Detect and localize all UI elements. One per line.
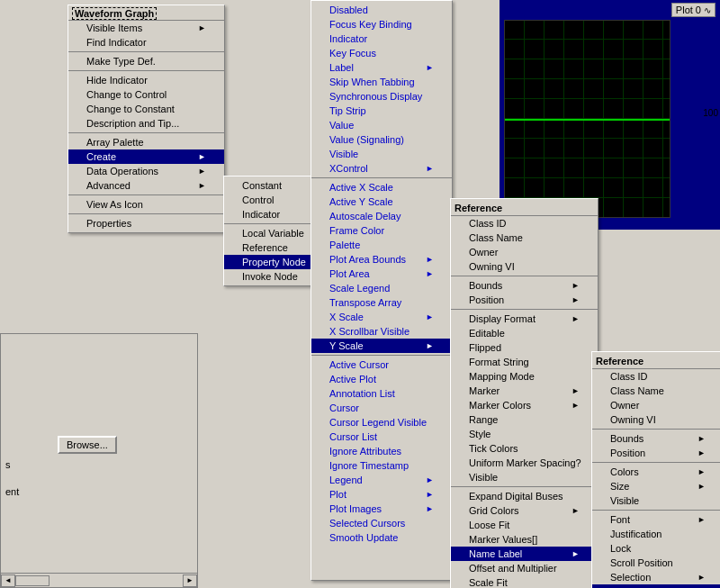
menu-visible[interactable]: Visible xyxy=(311,147,452,161)
plot-area-bounds-arrow: ► xyxy=(426,255,434,264)
menu-plot-images[interactable]: Plot Images► xyxy=(311,502,452,516)
menu-plot-area[interactable]: Plot Area► xyxy=(311,267,452,281)
menu-expand-digital[interactable]: Expand Digital Buses xyxy=(451,489,598,503)
menu-style[interactable]: Style xyxy=(451,427,598,441)
menu-cursor-list[interactable]: Cursor List xyxy=(311,430,452,444)
menu-annotation-list[interactable]: Annotation List xyxy=(311,386,452,401)
menu-autoscale-delay[interactable]: Autoscale Delay xyxy=(311,209,452,223)
menu-description-tip[interactable]: Description and Tip... xyxy=(68,116,224,131)
menu-skip-when-tabbing[interactable]: Skip When Tabbing xyxy=(311,75,452,89)
menu-format-string[interactable]: Format String xyxy=(451,355,598,369)
menu-size-5[interactable]: Size► xyxy=(592,479,720,493)
menu-data-operations[interactable]: Data Operations► xyxy=(68,164,224,178)
menu-owner-5[interactable]: Owner xyxy=(592,398,720,412)
menu-scale-fit[interactable]: Scale Fit xyxy=(451,575,598,588)
menu-visible-items[interactable]: Visible Items► xyxy=(68,21,224,35)
menu-font-5[interactable]: Font► xyxy=(592,512,720,527)
menu-active-y-scale[interactable]: Active Y Scale xyxy=(311,194,452,209)
menu-x-scrollbar-visible[interactable]: X Scrollbar Visible xyxy=(311,324,452,339)
menu-active-cursor[interactable]: Active Cursor xyxy=(311,357,452,372)
menu-marker-values[interactable]: Marker Values[] xyxy=(451,532,598,547)
menu-xcontrol[interactable]: XControl► xyxy=(311,161,452,176)
menu-synchronous-display[interactable]: Synchronous Display xyxy=(311,89,452,104)
menu-tick-colors[interactable]: Tick Colors xyxy=(451,441,598,456)
menu-visible-4[interactable]: Visible xyxy=(451,470,598,484)
menu-frame-color[interactable]: Frame Color xyxy=(311,223,452,238)
menu-class-name-5[interactable]: Class Name xyxy=(592,384,720,398)
menu-editable[interactable]: Editable xyxy=(451,326,598,340)
menu-focus-key-binding[interactable]: Focus Key Binding xyxy=(311,17,452,32)
menu-array-palette[interactable]: Array Palette xyxy=(68,135,224,149)
menu-properties[interactable]: Properties xyxy=(68,216,224,231)
menu-cursor-legend-visible[interactable]: Cursor Legend Visible xyxy=(311,415,452,430)
scroll-thumb[interactable] xyxy=(15,575,50,586)
menu-name-label[interactable]: Name Label► xyxy=(451,547,598,561)
menu-plot[interactable]: Plot► xyxy=(311,487,452,502)
menu-make-type-def[interactable]: Make Type Def. xyxy=(68,54,224,68)
menu-mapping-mode[interactable]: Mapping Mode xyxy=(451,369,598,384)
menu-ignore-attributes[interactable]: Ignore Attributes xyxy=(311,444,452,458)
menu-flipped[interactable]: Flipped xyxy=(451,340,598,355)
menu-legend[interactable]: Legend► xyxy=(311,473,452,487)
menu-selected-cursors[interactable]: Selected Cursors xyxy=(311,516,452,530)
menu-visible-5[interactable]: Visible xyxy=(592,493,720,508)
menu-position-5[interactable]: Position► xyxy=(592,446,720,460)
scroll-right-btn[interactable]: ► xyxy=(183,574,197,587)
menu-bounds-4[interactable]: Bounds► xyxy=(451,278,598,293)
waveform-graph-label: Waveform Graph xyxy=(72,7,157,20)
menu-range[interactable]: Range xyxy=(451,412,598,427)
menu-scroll-position-5[interactable]: Scroll Position xyxy=(592,556,720,570)
menu-y-scale[interactable]: Y Scale► xyxy=(311,339,452,353)
menu-hide-indicator[interactable]: Hide Indicator xyxy=(68,73,224,87)
menu-label[interactable]: Label► xyxy=(311,60,452,75)
menu-marker-colors[interactable]: Marker Colors► xyxy=(451,398,598,412)
sep-r5-3 xyxy=(592,510,720,511)
menu-uniform-marker[interactable]: Uniform Marker Spacing? xyxy=(451,456,598,470)
menu-change-to-control[interactable]: Change to Control xyxy=(68,87,224,102)
menu-marker[interactable]: Marker► xyxy=(451,384,598,398)
menu-indicator-prop[interactable]: Indicator xyxy=(311,32,452,46)
menu-bounds-5[interactable]: Bounds► xyxy=(592,431,720,446)
menu-change-to-constant[interactable]: Change to Constant xyxy=(68,102,224,116)
menu-owner-4[interactable]: Owner xyxy=(451,245,598,259)
menu-class-name-4[interactable]: Class Name xyxy=(451,231,598,245)
menu-plot-area-bounds[interactable]: Plot Area Bounds► xyxy=(311,252,452,267)
menu-grid-colors[interactable]: Grid Colors► xyxy=(451,503,598,518)
menu-class-id-5[interactable]: Class ID xyxy=(592,369,720,384)
menu-transpose-array[interactable]: Transpose Array xyxy=(311,295,452,310)
y-scale-arrow: ► xyxy=(426,341,434,350)
menu-cursor[interactable]: Cursor xyxy=(311,401,452,415)
menu-view-as-icon[interactable]: View As Icon xyxy=(68,197,224,212)
name-label-submenu: Reference Class ID Class Name Owner Owni… xyxy=(591,351,720,588)
menu-class-id-4[interactable]: Class ID xyxy=(451,216,598,231)
menu-smooth-update[interactable]: Smooth Update xyxy=(311,530,452,545)
menu-value-signaling[interactable]: Value (Signaling) xyxy=(311,132,452,147)
menu-position-4[interactable]: Position► xyxy=(451,293,598,307)
menu-lock-5[interactable]: Lock xyxy=(592,541,720,556)
menu-owning-vi-5[interactable]: Owning VI xyxy=(592,412,720,427)
menu-selection-5[interactable]: Selection► xyxy=(592,570,720,584)
menu-create[interactable]: Create► xyxy=(68,149,224,164)
menu-offset-multiplier[interactable]: Offset and Multiplier xyxy=(451,561,598,575)
menu-tip-strip[interactable]: Tip Strip xyxy=(311,104,452,118)
menu-active-plot[interactable]: Active Plot xyxy=(311,372,452,386)
scroll-left-btn[interactable]: ◄ xyxy=(1,574,15,587)
menu-display-format[interactable]: Display Format► xyxy=(451,312,598,326)
menu-advanced[interactable]: Advanced► xyxy=(68,178,224,193)
menu-loose-fit[interactable]: Loose Fit xyxy=(451,518,598,532)
menu-ignore-timestamp[interactable]: Ignore Timestamp xyxy=(311,458,452,473)
browse-button[interactable]: Browse... xyxy=(58,436,117,454)
menu-colors-5[interactable]: Colors► xyxy=(592,465,720,479)
menu-justification-5[interactable]: Justification xyxy=(592,527,720,541)
menu-x-scale[interactable]: X Scale► xyxy=(311,310,452,324)
menu-scale-legend[interactable]: Scale Legend xyxy=(311,281,452,295)
menu-active-x-scale[interactable]: Active X Scale xyxy=(311,180,452,194)
menu-owning-vi-4[interactable]: Owning VI xyxy=(451,259,598,274)
menu-key-focus[interactable]: Key Focus xyxy=(311,46,452,60)
menu-palette[interactable]: Palette xyxy=(311,238,452,252)
horizontal-scrollbar[interactable]: ◄ ► xyxy=(1,573,197,587)
menu-disabled[interactable]: Disabled xyxy=(311,3,452,17)
menu-value[interactable]: Value xyxy=(311,118,452,132)
menu-find-indicator[interactable]: Find Indicator xyxy=(68,35,224,50)
menu-size-to-text[interactable]: Size to Text? xyxy=(592,584,720,588)
